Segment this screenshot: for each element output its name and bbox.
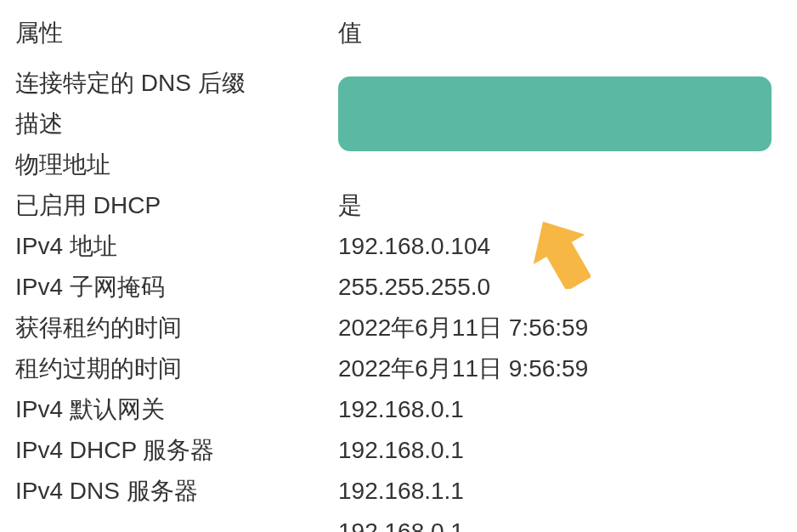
property-label: IPv4 DHCP 服务器 bbox=[15, 430, 338, 471]
property-value: 192.168.0.1 bbox=[338, 430, 782, 471]
property-label: IPv4 地址 bbox=[15, 226, 338, 267]
property-label: IPv4 DNS 服务器 bbox=[15, 471, 338, 512]
property-value: 192.168.0.1 bbox=[338, 512, 782, 532]
property-label bbox=[15, 512, 338, 532]
property-label: IPv4 子网掩码 bbox=[15, 267, 338, 308]
property-value: 192.168.0.104 bbox=[338, 226, 782, 267]
redacted-overlay bbox=[338, 76, 772, 151]
property-label: 获得租约的时间 bbox=[15, 308, 338, 348]
property-label: 物理地址 bbox=[15, 144, 338, 185]
property-value: 192.168.1.1 bbox=[338, 471, 782, 512]
property-column: 属性 连接特定的 DNS 后缀 描述 物理地址 已启用 DHCP IPv4 地址… bbox=[15, 17, 338, 532]
property-value: 2022年6月11日 9:56:59 bbox=[338, 348, 782, 389]
property-label: 已启用 DHCP bbox=[15, 185, 338, 226]
property-value: 255.255.255.0 bbox=[338, 267, 782, 308]
property-label: 描述 bbox=[15, 104, 338, 144]
property-value: 192.168.0.1 bbox=[338, 389, 782, 430]
property-value: 2022年6月11日 7:56:59 bbox=[338, 308, 782, 348]
property-value: 是 bbox=[338, 185, 782, 226]
property-label: 连接特定的 DNS 后缀 bbox=[15, 63, 338, 104]
property-label: 租约过期的时间 bbox=[15, 348, 338, 389]
column-header-value: 值 bbox=[338, 17, 782, 56]
property-label: IPv4 默认网关 bbox=[15, 389, 338, 430]
column-header-property: 属性 bbox=[15, 17, 338, 56]
